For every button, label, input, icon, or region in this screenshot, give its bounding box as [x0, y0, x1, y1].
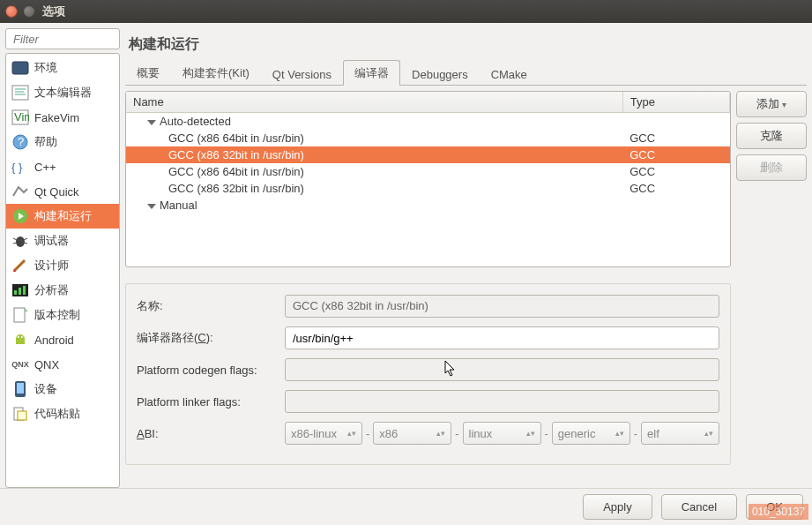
- linker-label: Platform linker flags:: [137, 395, 278, 409]
- sidebar-item-label: C++: [34, 161, 56, 174]
- sidebar-item-help[interactable]: ?帮助: [6, 130, 119, 154]
- svg-point-12: [16, 236, 25, 247]
- sidebar-item-devices[interactable]: 设备: [6, 377, 119, 401]
- sidebar-item-label: 文本编辑器: [34, 85, 92, 101]
- cpp-icon: { }: [11, 158, 29, 176]
- sidebar-item-android[interactable]: Android: [6, 327, 119, 352]
- sidebar-item-label: Qt Quick: [34, 185, 79, 199]
- window-title: 选项: [42, 4, 65, 19]
- compiler-path-field[interactable]: [285, 326, 719, 349]
- sidebar-item-designer[interactable]: 设计师: [6, 253, 119, 278]
- compiler-row[interactable]: GCC (x86 32bit in /usr/bin)GCC: [126, 146, 730, 163]
- col-type[interactable]: Type: [622, 92, 729, 113]
- name-label: 名称:: [137, 298, 278, 314]
- side-buttons: 添加 克隆 删除: [736, 91, 807, 488]
- sidebar-item-cpp[interactable]: { }C++: [6, 154, 119, 179]
- sidebar-item-label: 帮助: [34, 134, 57, 150]
- env-icon: [11, 59, 29, 77]
- window-buttons: [5, 5, 35, 18]
- build-run-icon: [11, 207, 29, 225]
- category-list: 环境文本编辑器VimFakeVim?帮助{ }C++Qt Quick构建和运行调…: [5, 53, 120, 488]
- codegen-label: Platform codegen flags:: [137, 364, 278, 377]
- path-label: 编译器路径(C):: [137, 330, 278, 346]
- linker-field[interactable]: [285, 390, 719, 413]
- sidebar-item-text-editor[interactable]: 文本编辑器: [6, 80, 119, 105]
- sidebar-item-qnx[interactable]: QNXQNX: [6, 352, 119, 377]
- svg-point-22: [18, 336, 19, 338]
- vcs-icon: [11, 306, 29, 324]
- name-field: GCC (x86 32bit in /usr/bin): [285, 295, 719, 318]
- sidebar-item-label: QNX: [34, 358, 59, 371]
- sidebar-item-paste[interactable]: 代码粘贴: [6, 401, 119, 426]
- sidebar-item-vcs[interactable]: 版本控制: [6, 303, 119, 327]
- tree-group[interactable]: Auto-detected: [126, 113, 622, 131]
- dialog-footer: Apply Cancel OK: [0, 488, 812, 525]
- clone-button[interactable]: 克隆: [736, 123, 807, 149]
- cancel-button[interactable]: Cancel: [661, 494, 737, 520]
- minimize-icon[interactable]: [23, 5, 35, 18]
- paste-icon: [11, 405, 29, 423]
- compiler-form: 名称: GCC (x86 32bit in /usr/bin) 编译器路径(C)…: [125, 283, 731, 465]
- compiler-row[interactable]: GCC (x86 64bit in /usr/bin)GCC: [126, 163, 730, 180]
- analyzer-icon: [11, 281, 29, 299]
- qnx-icon: QNX: [11, 356, 29, 373]
- tab-debuggers[interactable]: Debuggers: [400, 63, 480, 86]
- sidebar-item-build-run[interactable]: 构建和运行: [6, 204, 119, 229]
- close-icon[interactable]: [5, 5, 18, 18]
- svg-line-13: [13, 238, 17, 240]
- abi-select[interactable]: x86▴▾: [373, 422, 451, 445]
- svg-rect-18: [14, 290, 17, 295]
- compiler-row[interactable]: GCC (x86 64bit in /usr/bin)GCC: [126, 130, 730, 146]
- sidebar: 环境文本编辑器VimFakeVim?帮助{ }C++Qt Quick构建和运行调…: [5, 28, 120, 488]
- sidebar-item-debugger[interactable]: 调试器: [6, 229, 119, 253]
- col-name[interactable]: Name: [126, 92, 622, 113]
- compiler-row[interactable]: GCC (x86 32bit in /usr/bin)GCC: [126, 180, 730, 197]
- svg-text:Vim: Vim: [14, 110, 29, 124]
- sidebar-item-analyzer[interactable]: 分析器: [6, 278, 119, 303]
- svg-rect-1: [12, 86, 28, 100]
- add-button[interactable]: 添加: [736, 91, 807, 117]
- tab-cmake[interactable]: CMake: [480, 63, 539, 86]
- sidebar-item-label: Android: [34, 334, 74, 347]
- sidebar-item-label: 设备: [34, 381, 57, 397]
- main-panel: 构建和运行 概要构建套件(Kit)Qt Versions编译器Debuggers…: [125, 28, 807, 488]
- codegen-field[interactable]: [285, 358, 719, 381]
- svg-text:{ }: { }: [11, 161, 23, 174]
- sidebar-item-label: FakeVim: [34, 111, 79, 124]
- svg-rect-25: [17, 383, 24, 394]
- abi-select[interactable]: generic▴▾: [552, 422, 630, 445]
- tab-kits[interactable]: 构建套件(Kit): [171, 60, 261, 86]
- tree-group[interactable]: Manual: [126, 197, 622, 214]
- fakevim-icon: Vim: [11, 109, 29, 126]
- sidebar-item-label: 设计师: [34, 258, 69, 274]
- svg-rect-27: [18, 411, 26, 420]
- apply-button[interactable]: Apply: [583, 494, 652, 520]
- tab-compilers[interactable]: 编译器: [343, 60, 400, 86]
- abi-select[interactable]: linux▴▾: [463, 422, 541, 445]
- sidebar-item-qtquick[interactable]: Qt Quick: [6, 179, 119, 204]
- filter-input-wrap[interactable]: [5, 28, 120, 49]
- sidebar-item-label: 代码粘贴: [34, 406, 80, 422]
- tab-qtversions[interactable]: Qt Versions: [261, 63, 343, 86]
- abi-select[interactable]: x86-linux▴▾: [285, 422, 362, 445]
- svg-rect-20: [23, 286, 26, 295]
- qtquick-icon: [11, 183, 29, 200]
- titlebar: 选项: [0, 0, 812, 23]
- designer-icon: [11, 257, 29, 274]
- android-icon: [11, 331, 29, 349]
- svg-text:?: ?: [18, 135, 24, 148]
- tab-overview[interactable]: 概要: [125, 60, 171, 86]
- text-editor-icon: [11, 84, 29, 101]
- page-title: 构建和运行: [125, 28, 807, 61]
- filter-input[interactable]: [11, 32, 114, 47]
- compilers-tree[interactable]: NameTypeAuto-detectedGCC (x86 64bit in /…: [125, 91, 731, 267]
- devices-icon: [11, 380, 29, 398]
- svg-line-15: [24, 238, 27, 240]
- sidebar-item-label: 分析器: [34, 282, 69, 298]
- abi-select[interactable]: elf▴▾: [641, 422, 719, 445]
- sidebar-item-fakevim[interactable]: VimFakeVim: [6, 105, 119, 130]
- sidebar-item-env[interactable]: 环境: [6, 56, 119, 80]
- abi-selects: x86-linux▴▾-x86▴▾-linux▴▾-generic▴▾-elf▴…: [285, 422, 719, 445]
- watermark: 010_30137: [749, 504, 808, 520]
- abi-label: ABI:: [137, 427, 278, 440]
